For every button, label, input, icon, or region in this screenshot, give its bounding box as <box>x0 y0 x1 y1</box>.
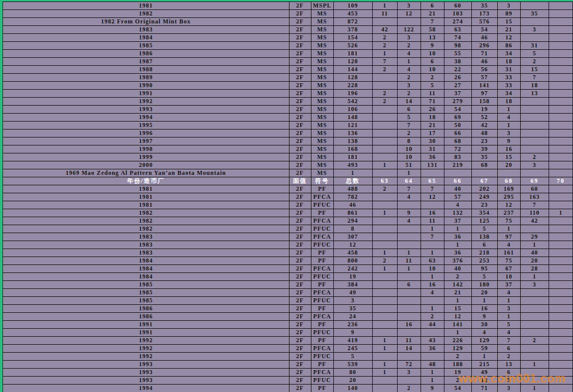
grade-cell[interactable] <box>520 297 549 305</box>
designation-cell[interactable]: PF <box>311 281 333 289</box>
grade-cell[interactable]: 2 <box>372 257 397 265</box>
grade-cell[interactable]: 10 <box>397 145 421 153</box>
designation-cell[interactable]: PFUC <box>311 377 333 385</box>
grade-cell[interactable]: 202 <box>471 185 497 193</box>
grade-cell[interactable]: 40 <box>444 265 471 273</box>
grade-cell[interactable]: 1 <box>471 297 497 305</box>
grade-cell[interactable] <box>397 273 421 281</box>
denomination-cell[interactable]: 2F <box>289 361 311 369</box>
total-cell[interactable]: 458 <box>333 249 372 257</box>
year-mint-cell[interactable]: 1983 <box>3 26 289 34</box>
grade-cell[interactable]: 3 <box>397 369 421 377</box>
grade-cell[interactable]: 20 <box>520 257 549 265</box>
total-cell[interactable]: 782 <box>333 193 372 201</box>
grade-cell[interactable]: 40 <box>520 249 549 257</box>
total-cell[interactable]: 80 <box>333 369 372 377</box>
grade-cell[interactable] <box>397 353 421 361</box>
grade-cell[interactable]: 188 <box>444 361 471 369</box>
grade-cell[interactable]: 1 <box>520 361 549 369</box>
grade-cell[interactable]: 103 <box>444 10 471 18</box>
year-mint-cell[interactable]: 1998 <box>3 145 289 153</box>
grade-cell[interactable] <box>549 122 573 130</box>
header-grade-67[interactable]: 67 <box>471 177 497 185</box>
designation-cell[interactable]: MS <box>311 58 333 66</box>
grade-cell[interactable]: 2 <box>397 90 421 98</box>
grade-cell[interactable] <box>372 353 397 361</box>
grade-cell[interactable]: 1 <box>372 2 397 10</box>
grade-cell[interactable] <box>520 313 549 321</box>
grade-cell[interactable]: 2 <box>372 98 397 106</box>
denomination-cell[interactable]: 2F <box>289 297 311 305</box>
grade-cell[interactable]: 28 <box>520 265 549 273</box>
grade-cell[interactable] <box>549 385 573 392</box>
total-cell[interactable]: 140 <box>333 385 372 392</box>
grade-cell[interactable]: 9 <box>497 137 520 145</box>
designation-cell[interactable]: PFCA <box>311 217 333 225</box>
grade-cell[interactable]: 37 <box>444 217 471 225</box>
grade-cell[interactable]: 83 <box>444 153 471 161</box>
grade-cell[interactable]: 36 <box>421 345 444 353</box>
grade-cell[interactable]: 11 <box>397 337 421 345</box>
grade-cell[interactable] <box>549 185 573 193</box>
grade-cell[interactable]: 1 <box>421 377 444 385</box>
grade-cell[interactable] <box>549 377 573 385</box>
grade-cell[interactable]: 158 <box>471 98 497 106</box>
total-cell[interactable]: 154 <box>333 34 372 42</box>
grade-cell[interactable]: 98 <box>444 42 471 50</box>
year-mint-cell[interactable]: 1992 <box>3 337 289 345</box>
denomination-cell[interactable]: 2F <box>289 257 311 265</box>
grade-cell[interactable]: 2 <box>421 313 444 321</box>
designation-cell[interactable]: PFUC <box>311 201 333 209</box>
grade-cell[interactable] <box>372 273 397 281</box>
designation-cell[interactable]: MS <box>311 161 333 169</box>
grade-cell[interactable]: 7 <box>372 58 397 66</box>
total-cell[interactable]: 861 <box>333 209 372 217</box>
year-mint-cell[interactable]: 1999 <box>3 153 289 161</box>
year-mint-cell[interactable]: 1985 <box>3 281 289 289</box>
grade-cell[interactable]: 2 <box>372 185 397 193</box>
grade-cell[interactable] <box>372 122 397 130</box>
grade-cell[interactable]: 237 <box>497 209 520 217</box>
grade-cell[interactable]: 1 <box>497 225 520 233</box>
denomination-cell[interactable]: 2F <box>289 74 311 82</box>
grade-cell[interactable]: 7 <box>520 74 549 82</box>
grade-cell[interactable]: 4 <box>471 329 497 337</box>
total-cell[interactable]: 384 <box>333 281 372 289</box>
grade-cell[interactable]: 74 <box>444 34 471 42</box>
grade-cell[interactable]: 10 <box>421 50 444 58</box>
grade-cell[interactable]: 1 <box>444 297 471 305</box>
grade-cell[interactable] <box>549 249 573 257</box>
grade-cell[interactable]: 1 <box>497 106 520 114</box>
total-cell[interactable]: 24 <box>333 313 372 321</box>
designation-cell[interactable]: PFCA <box>311 265 333 273</box>
grade-cell[interactable] <box>549 353 573 361</box>
grade-cell[interactable]: 50 <box>444 122 471 130</box>
grade-cell[interactable] <box>397 289 421 297</box>
grade-cell[interactable]: 59 <box>471 345 497 353</box>
denomination-cell[interactable]: 2F <box>289 2 311 10</box>
denomination-cell[interactable]: 2F <box>289 137 311 145</box>
year-mint-cell[interactable]: 1988 <box>3 66 289 74</box>
year-mint-cell[interactable]: 1992 <box>3 98 289 106</box>
year-mint-cell[interactable]: 1990 <box>3 82 289 90</box>
grade-cell[interactable] <box>520 289 549 297</box>
denomination-cell[interactable]: 2F <box>289 233 311 241</box>
grade-cell[interactable] <box>520 34 549 42</box>
denomination-cell[interactable]: 2F <box>289 337 311 345</box>
grade-cell[interactable]: 274 <box>444 18 471 26</box>
grade-cell[interactable]: 279 <box>444 98 471 106</box>
grade-cell[interactable] <box>520 137 549 145</box>
grade-cell[interactable]: 5 <box>471 273 497 281</box>
denomination-cell[interactable]: 2F <box>289 225 311 233</box>
grade-cell[interactable] <box>421 297 444 305</box>
grade-cell[interactable] <box>372 313 397 321</box>
grade-cell[interactable]: 6 <box>397 281 421 289</box>
grade-cell[interactable] <box>372 74 397 82</box>
year-mint-cell[interactable]: 1991 <box>3 90 289 98</box>
grade-cell[interactable]: 6 <box>421 2 444 10</box>
grade-cell[interactable]: 21 <box>497 26 520 34</box>
grade-cell[interactable]: 3 <box>397 82 421 90</box>
grade-cell[interactable] <box>372 289 397 297</box>
grade-cell[interactable]: 5 <box>520 50 549 58</box>
grade-cell[interactable]: 4 <box>497 289 520 297</box>
